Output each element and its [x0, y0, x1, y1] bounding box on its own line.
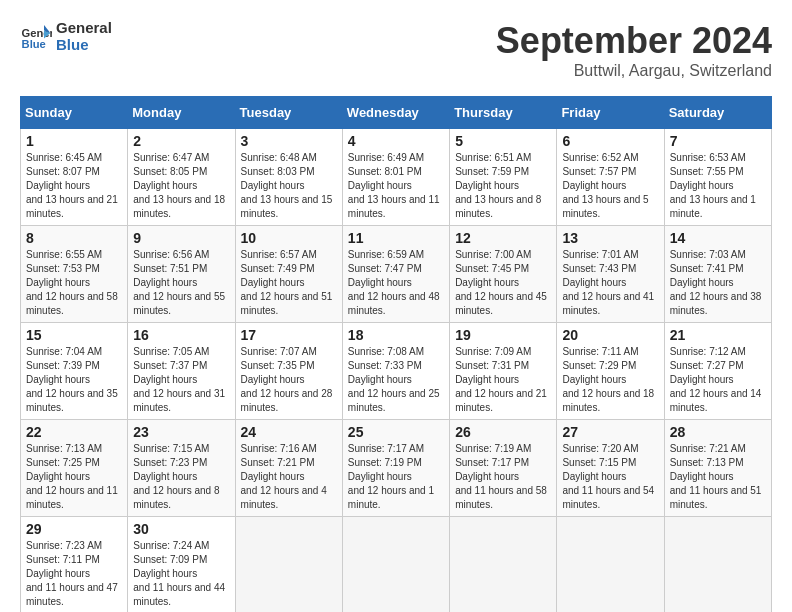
day-number: 25: [348, 424, 444, 440]
day-cell: [450, 517, 557, 613]
day-cell: 21 Sunrise: 7:12 AM Sunset: 7:27 PM Dayl…: [664, 323, 771, 420]
day-cell: 24 Sunrise: 7:16 AM Sunset: 7:21 PM Dayl…: [235, 420, 342, 517]
header: General Blue General Blue September 2024…: [20, 20, 772, 80]
day-info: Sunrise: 6:45 AM Sunset: 8:07 PM Dayligh…: [26, 151, 122, 221]
day-cell: [342, 517, 449, 613]
title-area: September 2024 Buttwil, Aargau, Switzerl…: [496, 20, 772, 80]
logo-general: General: [56, 20, 112, 37]
day-cell: 30 Sunrise: 7:24 AM Sunset: 7:09 PM Dayl…: [128, 517, 235, 613]
day-info: Sunrise: 6:59 AM Sunset: 7:47 PM Dayligh…: [348, 248, 444, 318]
day-info: Sunrise: 6:51 AM Sunset: 7:59 PM Dayligh…: [455, 151, 551, 221]
day-number: 16: [133, 327, 229, 343]
day-cell: 9 Sunrise: 6:56 AM Sunset: 7:51 PM Dayli…: [128, 226, 235, 323]
col-friday: Friday: [557, 97, 664, 129]
day-info: Sunrise: 7:11 AM Sunset: 7:29 PM Dayligh…: [562, 345, 658, 415]
day-number: 14: [670, 230, 766, 246]
day-number: 8: [26, 230, 122, 246]
day-cell: 11 Sunrise: 6:59 AM Sunset: 7:47 PM Dayl…: [342, 226, 449, 323]
day-cell: 15 Sunrise: 7:04 AM Sunset: 7:39 PM Dayl…: [21, 323, 128, 420]
day-number: 12: [455, 230, 551, 246]
day-number: 28: [670, 424, 766, 440]
day-cell: 6 Sunrise: 6:52 AM Sunset: 7:57 PM Dayli…: [557, 129, 664, 226]
day-number: 4: [348, 133, 444, 149]
day-info: Sunrise: 7:15 AM Sunset: 7:23 PM Dayligh…: [133, 442, 229, 512]
day-cell: 23 Sunrise: 7:15 AM Sunset: 7:23 PM Dayl…: [128, 420, 235, 517]
day-cell: 2 Sunrise: 6:47 AM Sunset: 8:05 PM Dayli…: [128, 129, 235, 226]
day-number: 24: [241, 424, 337, 440]
day-info: Sunrise: 7:00 AM Sunset: 7:45 PM Dayligh…: [455, 248, 551, 318]
day-cell: 13 Sunrise: 7:01 AM Sunset: 7:43 PM Dayl…: [557, 226, 664, 323]
col-monday: Monday: [128, 97, 235, 129]
day-info: Sunrise: 7:24 AM Sunset: 7:09 PM Dayligh…: [133, 539, 229, 609]
day-number: 29: [26, 521, 122, 537]
day-info: Sunrise: 6:53 AM Sunset: 7:55 PM Dayligh…: [670, 151, 766, 221]
day-info: Sunrise: 6:49 AM Sunset: 8:01 PM Dayligh…: [348, 151, 444, 221]
day-cell: 18 Sunrise: 7:08 AM Sunset: 7:33 PM Dayl…: [342, 323, 449, 420]
day-info: Sunrise: 6:55 AM Sunset: 7:53 PM Dayligh…: [26, 248, 122, 318]
day-number: 6: [562, 133, 658, 149]
day-cell: 14 Sunrise: 7:03 AM Sunset: 7:41 PM Dayl…: [664, 226, 771, 323]
day-cell: 10 Sunrise: 6:57 AM Sunset: 7:49 PM Dayl…: [235, 226, 342, 323]
day-number: 15: [26, 327, 122, 343]
day-cell: 3 Sunrise: 6:48 AM Sunset: 8:03 PM Dayli…: [235, 129, 342, 226]
day-info: Sunrise: 7:03 AM Sunset: 7:41 PM Dayligh…: [670, 248, 766, 318]
col-tuesday: Tuesday: [235, 97, 342, 129]
location: Buttwil, Aargau, Switzerland: [496, 62, 772, 80]
day-cell: 26 Sunrise: 7:19 AM Sunset: 7:17 PM Dayl…: [450, 420, 557, 517]
day-number: 21: [670, 327, 766, 343]
day-number: 7: [670, 133, 766, 149]
day-cell: 19 Sunrise: 7:09 AM Sunset: 7:31 PM Dayl…: [450, 323, 557, 420]
day-info: Sunrise: 7:17 AM Sunset: 7:19 PM Dayligh…: [348, 442, 444, 512]
day-number: 20: [562, 327, 658, 343]
week-row-2: 8 Sunrise: 6:55 AM Sunset: 7:53 PM Dayli…: [21, 226, 772, 323]
day-info: Sunrise: 6:57 AM Sunset: 7:49 PM Dayligh…: [241, 248, 337, 318]
week-row-3: 15 Sunrise: 7:04 AM Sunset: 7:39 PM Dayl…: [21, 323, 772, 420]
day-info: Sunrise: 7:05 AM Sunset: 7:37 PM Dayligh…: [133, 345, 229, 415]
day-cell: 5 Sunrise: 6:51 AM Sunset: 7:59 PM Dayli…: [450, 129, 557, 226]
day-number: 1: [26, 133, 122, 149]
day-cell: [664, 517, 771, 613]
day-number: 10: [241, 230, 337, 246]
day-info: Sunrise: 7:09 AM Sunset: 7:31 PM Dayligh…: [455, 345, 551, 415]
day-number: 5: [455, 133, 551, 149]
day-info: Sunrise: 7:04 AM Sunset: 7:39 PM Dayligh…: [26, 345, 122, 415]
day-number: 13: [562, 230, 658, 246]
day-cell: 17 Sunrise: 7:07 AM Sunset: 7:35 PM Dayl…: [235, 323, 342, 420]
col-saturday: Saturday: [664, 97, 771, 129]
day-cell: 27 Sunrise: 7:20 AM Sunset: 7:15 PM Dayl…: [557, 420, 664, 517]
logo-blue: Blue: [56, 37, 112, 54]
day-info: Sunrise: 6:48 AM Sunset: 8:03 PM Dayligh…: [241, 151, 337, 221]
day-number: 18: [348, 327, 444, 343]
col-sunday: Sunday: [21, 97, 128, 129]
col-thursday: Thursday: [450, 97, 557, 129]
svg-text:Blue: Blue: [22, 38, 46, 50]
logo: General Blue General Blue: [20, 20, 112, 53]
day-info: Sunrise: 7:16 AM Sunset: 7:21 PM Dayligh…: [241, 442, 337, 512]
day-info: Sunrise: 7:12 AM Sunset: 7:27 PM Dayligh…: [670, 345, 766, 415]
col-wednesday: Wednesday: [342, 97, 449, 129]
week-row-5: 29 Sunrise: 7:23 AM Sunset: 7:11 PM Dayl…: [21, 517, 772, 613]
day-number: 3: [241, 133, 337, 149]
day-info: Sunrise: 6:56 AM Sunset: 7:51 PM Dayligh…: [133, 248, 229, 318]
day-number: 27: [562, 424, 658, 440]
day-number: 22: [26, 424, 122, 440]
day-info: Sunrise: 7:20 AM Sunset: 7:15 PM Dayligh…: [562, 442, 658, 512]
day-number: 30: [133, 521, 229, 537]
day-cell: 1 Sunrise: 6:45 AM Sunset: 8:07 PM Dayli…: [21, 129, 128, 226]
day-number: 11: [348, 230, 444, 246]
day-number: 2: [133, 133, 229, 149]
day-cell: 22 Sunrise: 7:13 AM Sunset: 7:25 PM Dayl…: [21, 420, 128, 517]
day-header-row: Sunday Monday Tuesday Wednesday Thursday…: [21, 97, 772, 129]
day-info: Sunrise: 7:23 AM Sunset: 7:11 PM Dayligh…: [26, 539, 122, 609]
day-info: Sunrise: 7:08 AM Sunset: 7:33 PM Dayligh…: [348, 345, 444, 415]
day-cell: 16 Sunrise: 7:05 AM Sunset: 7:37 PM Dayl…: [128, 323, 235, 420]
day-cell: 12 Sunrise: 7:00 AM Sunset: 7:45 PM Dayl…: [450, 226, 557, 323]
week-row-4: 22 Sunrise: 7:13 AM Sunset: 7:25 PM Dayl…: [21, 420, 772, 517]
day-info: Sunrise: 7:21 AM Sunset: 7:13 PM Dayligh…: [670, 442, 766, 512]
logo-icon: General Blue: [20, 21, 52, 53]
day-info: Sunrise: 7:07 AM Sunset: 7:35 PM Dayligh…: [241, 345, 337, 415]
month-title: September 2024: [496, 20, 772, 62]
day-info: Sunrise: 6:47 AM Sunset: 8:05 PM Dayligh…: [133, 151, 229, 221]
day-cell: 8 Sunrise: 6:55 AM Sunset: 7:53 PM Dayli…: [21, 226, 128, 323]
day-cell: 7 Sunrise: 6:53 AM Sunset: 7:55 PM Dayli…: [664, 129, 771, 226]
